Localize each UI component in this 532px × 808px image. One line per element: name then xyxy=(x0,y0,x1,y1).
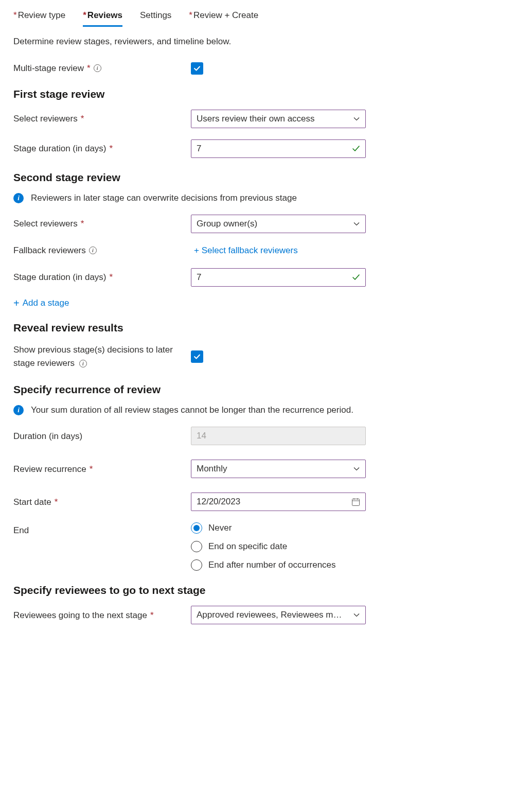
required-indicator: * xyxy=(87,62,91,75)
required-indicator: * xyxy=(90,463,93,476)
plus-icon: + xyxy=(13,298,20,308)
second-stage-heading: Second stage review xyxy=(13,171,519,184)
add-stage-button[interactable]: + Add a stage xyxy=(13,298,69,308)
tab-label: Review + Create xyxy=(193,10,258,20)
next-stage-heading: Specify reviewees to go to next stage xyxy=(13,584,519,596)
end-option-specific-date[interactable]: End on specific date xyxy=(191,541,336,552)
input-value: 12/20/2023 xyxy=(197,497,240,507)
input-value: 7 xyxy=(197,144,201,154)
required-indicator: * xyxy=(110,271,113,284)
second-stage-reviewers-dropdown[interactable]: Group owner(s) xyxy=(191,215,366,233)
tab-review-create[interactable]: *Review + Create xyxy=(189,6,258,27)
recurrence-heading: Specify recurrence of review xyxy=(13,383,519,396)
end-label: End xyxy=(13,524,29,537)
second-stage-info: Reviewers in later stage can overwrite d… xyxy=(31,193,297,203)
tab-reviews[interactable]: *Reviews xyxy=(83,6,122,27)
link-text: + Select fallback reviewers xyxy=(194,245,298,256)
required-indicator: * xyxy=(110,143,113,155)
required-indicator: * xyxy=(81,113,84,125)
tab-label: Review type xyxy=(18,10,66,20)
recurrence-label: Review recurrence xyxy=(13,463,86,476)
radio-label: End on specific date xyxy=(208,541,287,552)
reveal-heading: Reveal review results xyxy=(13,322,519,334)
svg-rect-0 xyxy=(352,499,360,505)
required-indicator: * xyxy=(81,218,84,230)
fallback-reviewers-label: Fallback reviewers xyxy=(13,244,86,257)
start-date-input[interactable]: 12/20/2023 xyxy=(191,493,366,511)
first-stage-duration-input[interactable]: 7 xyxy=(191,139,366,158)
dropdown-value: Approved reviewees, Reviewees m… xyxy=(197,610,342,620)
check-icon xyxy=(193,65,201,72)
select-fallback-reviewers-link[interactable]: + Select fallback reviewers xyxy=(194,245,298,256)
stage-duration-label: Stage duration (in days) xyxy=(13,271,107,284)
start-date-label: Start date xyxy=(13,496,51,508)
tab-label: Settings xyxy=(140,10,171,20)
recurrence-info: Your sum duration of all review stages c… xyxy=(31,405,353,415)
chevron-down-icon xyxy=(353,465,360,472)
first-stage-reviewers-dropdown[interactable]: Users review their own access xyxy=(191,110,366,128)
tab-review-type[interactable]: *Review type xyxy=(13,6,65,27)
input-value: 14 xyxy=(197,431,206,441)
intro-text: Determine review stages, reviewers, and … xyxy=(13,37,519,47)
check-icon xyxy=(193,353,201,360)
reviewees-next-stage-label: Reviewees going to the next stage xyxy=(13,609,147,622)
radio-label: Never xyxy=(208,523,232,533)
second-stage-duration-input[interactable]: 7 xyxy=(191,268,366,287)
required-indicator: * xyxy=(150,609,154,622)
tab-label: Reviews xyxy=(87,10,122,20)
recurrence-dropdown[interactable]: Monthly xyxy=(191,460,366,478)
end-option-never[interactable]: Never xyxy=(191,522,336,534)
select-reviewers-label: Select reviewers xyxy=(13,113,78,125)
reveal-label: Show previous stage(s) decisions to late… xyxy=(13,345,173,368)
link-text: Add a stage xyxy=(23,298,69,308)
info-icon[interactable]: i xyxy=(94,64,101,72)
total-duration-input: 14 xyxy=(191,427,366,445)
calendar-icon xyxy=(351,498,360,506)
chevron-down-icon xyxy=(353,115,360,122)
required-indicator: * xyxy=(55,496,58,508)
reveal-checkbox[interactable] xyxy=(191,350,203,363)
multi-stage-label: Multi-stage review xyxy=(13,62,84,75)
info-badge-icon: i xyxy=(13,405,24,415)
valid-check-icon xyxy=(352,145,360,153)
valid-check-icon xyxy=(352,273,360,282)
select-reviewers-label: Select reviewers xyxy=(13,218,78,230)
reviewees-next-stage-dropdown[interactable]: Approved reviewees, Reviewees m… xyxy=(191,606,366,624)
multi-stage-checkbox[interactable] xyxy=(191,62,203,75)
end-radio-group: Never End on specific date End after num… xyxy=(191,522,336,571)
info-badge-icon: i xyxy=(13,193,24,203)
radio-icon xyxy=(191,522,202,534)
radio-icon xyxy=(191,541,202,552)
stage-duration-label: Stage duration (in days) xyxy=(13,143,107,155)
tab-settings[interactable]: Settings xyxy=(140,6,171,27)
info-icon[interactable]: i xyxy=(89,247,97,254)
radio-label: End after number of occurrences xyxy=(208,560,336,570)
end-option-occurrences[interactable]: End after number of occurrences xyxy=(191,559,336,571)
input-value: 7 xyxy=(197,272,201,283)
first-stage-heading: First stage review xyxy=(13,88,519,100)
chevron-down-icon xyxy=(353,611,360,619)
duration-label: Duration (in days) xyxy=(13,430,82,443)
radio-icon xyxy=(191,559,202,571)
dropdown-value: Users review their own access xyxy=(197,114,315,124)
info-icon[interactable]: i xyxy=(79,360,87,367)
dropdown-value: Group owner(s) xyxy=(197,219,257,229)
dropdown-value: Monthly xyxy=(197,464,227,474)
chevron-down-icon xyxy=(353,220,360,227)
